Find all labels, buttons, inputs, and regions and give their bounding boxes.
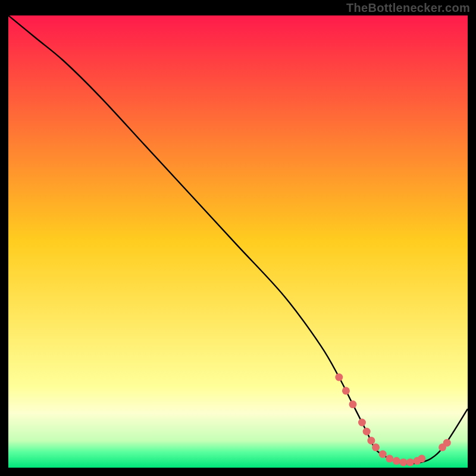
highlight-dot <box>342 387 350 394</box>
highlight-dot <box>379 450 387 458</box>
highlight-dot <box>418 455 425 462</box>
highlight-dot <box>358 419 366 427</box>
highlight-dot <box>367 437 375 444</box>
highlight-dot <box>393 457 400 465</box>
highlight-dot <box>406 458 414 466</box>
highlight-dot <box>349 400 357 408</box>
highlight-dot <box>386 455 393 462</box>
highlight-dot <box>372 443 380 451</box>
highlight-dot <box>443 439 451 447</box>
highlight-dot <box>363 428 371 436</box>
plot-area <box>8 15 468 468</box>
highlight-dot <box>335 374 343 381</box>
bottleneck-chart <box>8 15 468 468</box>
attribution-label: TheBottlenecker.com <box>346 1 470 15</box>
chart-container: TheBottlenecker.com <box>0 0 476 476</box>
gradient-background <box>8 15 468 468</box>
highlight-dot <box>399 458 407 466</box>
